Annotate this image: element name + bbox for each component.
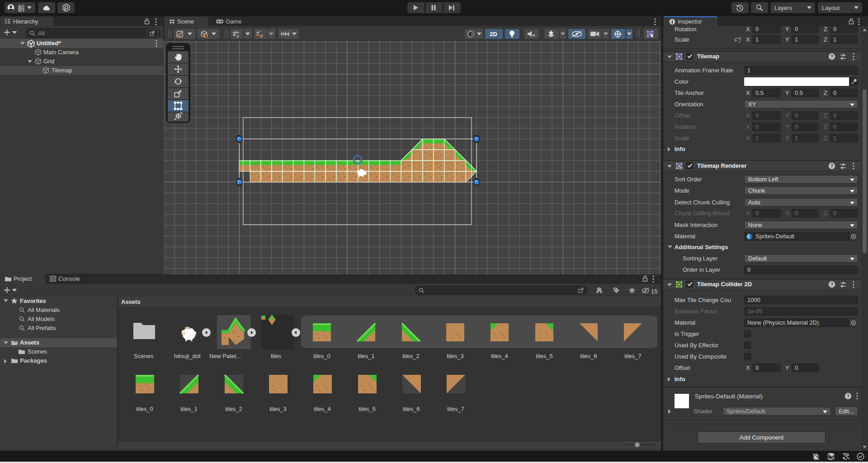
svg-text:?: ? xyxy=(830,282,834,287)
svg-text:?: ? xyxy=(830,54,834,59)
svg-text:?: ? xyxy=(830,163,834,169)
svg-text:Y: Y xyxy=(236,34,239,39)
svg-text:?: ? xyxy=(847,393,850,399)
